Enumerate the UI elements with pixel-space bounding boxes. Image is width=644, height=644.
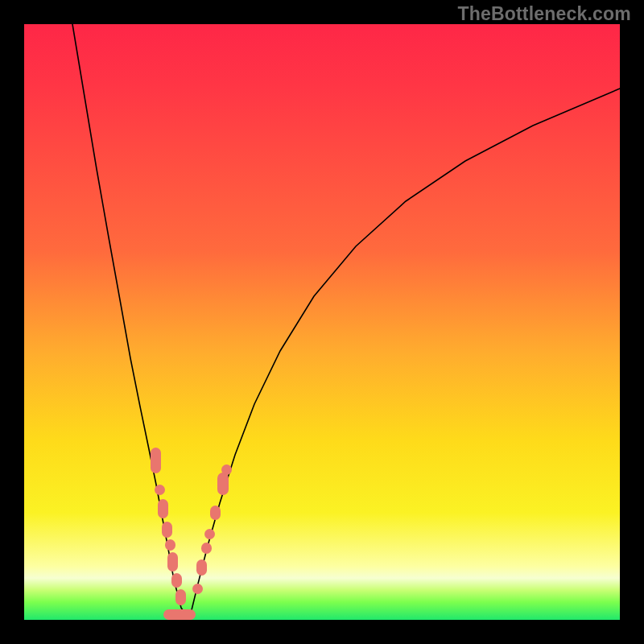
data-marker <box>196 559 207 576</box>
data-marker <box>158 499 168 518</box>
data-marker <box>204 529 215 539</box>
data-marker <box>175 589 186 605</box>
watermark-text: TheBottleneck.com <box>457 3 631 25</box>
data-marker <box>201 543 212 554</box>
data-marker <box>163 609 196 620</box>
data-marker <box>162 522 172 538</box>
data-marker <box>165 539 175 551</box>
data-marker <box>167 552 178 572</box>
data-marker <box>217 473 229 495</box>
data-marker <box>155 485 165 495</box>
curve-overlay <box>24 24 620 620</box>
data-marker <box>171 573 182 588</box>
data-marker <box>210 506 221 520</box>
data-marker <box>221 464 232 475</box>
data-marker <box>192 584 203 594</box>
chart-frame: TheBottleneck.com <box>0 0 644 644</box>
right-curve <box>189 89 620 620</box>
data-marker <box>151 448 161 473</box>
